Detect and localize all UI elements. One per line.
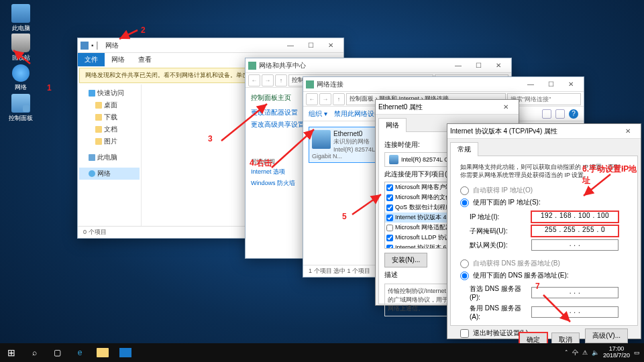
window-title: 网络连接 [317, 80, 521, 89]
chk[interactable] [386, 215, 393, 221]
anno-1: 1 [47, 83, 52, 93]
desktop-icon-thispc[interactable]: 此电脑 [4, 4, 38, 33]
taskview-button[interactable]: ▢ [46, 343, 68, 362]
gateway-input[interactable]: . . . [531, 239, 619, 251]
chk[interactable] [386, 245, 393, 249]
toolbar-disable[interactable]: 禁用此网络设备 [334, 109, 381, 119]
nav-back[interactable]: ← [306, 93, 318, 105]
tray-notifications-icon[interactable]: ▭ [634, 349, 640, 356]
taskbar-ie[interactable]: e [68, 343, 91, 362]
taskbar-explorer[interactable] [91, 343, 114, 362]
chk[interactable] [386, 225, 393, 231]
tab-network[interactable]: 网络 [378, 118, 407, 132]
gateway-label: 默认网关(D): [470, 241, 531, 250]
tab-network[interactable]: 网络 [105, 53, 131, 66]
titlebar[interactable]: 网络连接 — ☐ ✕ [303, 77, 584, 92]
nav-documents[interactable]: 文档 [79, 123, 140, 135]
titlebar[interactable]: ▪ │ 网络 — ☐ ✕ [78, 38, 343, 53]
radio-manual-ip[interactable]: 使用下面的 IP 地址(S): [460, 196, 628, 208]
close-button[interactable]: ✕ [496, 101, 516, 114]
nav-fwd[interactable]: → [262, 74, 274, 86]
explanation-text: 如果网络支持此功能，则可以获取自动指派的 IP 设置。否则，你需要从网络系统管理… [460, 163, 628, 179]
radio-auto-dns[interactable]: 自动获得 DNS 服务器地址(B) [460, 257, 628, 269]
toolbar-organize[interactable]: 组织 ▾ [309, 109, 327, 119]
label: 回收站 [12, 54, 30, 61]
network-icon [89, 170, 95, 177]
nav-fwd[interactable]: → [319, 93, 331, 105]
ip-address-input[interactable]: 192 . 168 . 100 . 100 [531, 211, 619, 223]
minimize-button[interactable]: — [448, 59, 468, 72]
tab-file[interactable]: 文件 [78, 53, 105, 66]
tray-volume-icon[interactable]: 🔈 [592, 349, 599, 356]
help-icon[interactable]: ? [569, 109, 578, 119]
maximize-button[interactable]: ☐ [541, 78, 561, 91]
nic-icon [389, 155, 398, 164]
tray-up-icon[interactable]: ˄ [565, 349, 568, 356]
nav-up[interactable]: ↑ [333, 93, 345, 105]
titlebar[interactable]: 网络和共享中心 — ☐ ✕ [246, 58, 511, 73]
nav-network[interactable]: 网络 [79, 168, 140, 180]
radio-manual-dns[interactable]: 使用下面的 DNS 服务器地址(E): [460, 269, 628, 282]
anno-2: 2 [141, 25, 146, 35]
close-button[interactable]: ✕ [488, 59, 508, 72]
minimize-button[interactable]: — [280, 39, 301, 52]
window-title: ▪ │ 网络 [91, 41, 280, 50]
layout-icon[interactable] [555, 109, 565, 119]
dns1-label: 首选 DNS 服务器(P): [470, 284, 531, 301]
radio-auto-ip[interactable]: 自动获得 IP 地址(O) [460, 184, 628, 196]
nav-up[interactable]: ↑ [275, 74, 287, 86]
star-icon [89, 90, 95, 97]
chk[interactable] [386, 184, 393, 191]
desktop-icon-controlpanel[interactable]: 控制面板 [4, 94, 38, 123]
label: 此电脑 [12, 25, 30, 32]
close-button[interactable]: ✕ [321, 39, 341, 52]
label: 控制面板 [9, 115, 33, 121]
desktop-icon-recyclebin[interactable]: 回收站 [4, 34, 38, 62]
dialog-title: Internet 协议版本 4 (TCP/IPv4) 属性 [450, 127, 618, 136]
titlebar[interactable]: Ethernet0 属性 ✕ [376, 100, 519, 115]
chk[interactable] [386, 235, 393, 241]
start-button[interactable]: ⊞ [0, 343, 23, 362]
nav-thispc[interactable]: 此电脑 [79, 152, 140, 164]
ip-label: IP 地址(I): [470, 213, 531, 222]
install-button[interactable]: 安装(N)... [384, 253, 427, 267]
adapter-icon [312, 130, 331, 149]
minimize-button[interactable]: — [521, 78, 541, 91]
chk[interactable] [386, 194, 393, 201]
tab-general[interactable]: 常规 [450, 142, 478, 156]
folder-icon [95, 126, 102, 133]
system-tray[interactable]: ˄ 㐃 ⚠ 🔈 17:00 2018/7/20 ▭ [565, 346, 644, 359]
tray-network-icon[interactable]: ⚠ [582, 349, 588, 356]
nav-back[interactable]: ← [248, 74, 260, 86]
advanced-button[interactable]: 高级(V)... [585, 328, 628, 343]
close-button[interactable]: ✕ [561, 78, 581, 91]
desktop-icon-network[interactable]: 网络 [4, 64, 38, 92]
dns1-input[interactable]: . . . [531, 287, 619, 298]
nav-quickaccess[interactable]: 快速访问 [79, 87, 140, 99]
clock[interactable]: 17:00 2018/7/20 [603, 346, 630, 359]
label: 网络 [15, 84, 27, 90]
nav-pane: 快速访问 桌面 下载 文档 图片 此电脑 网络 [78, 84, 142, 227]
subnet-mask-input[interactable]: 255 . 255 . 255 . 0 [531, 225, 619, 237]
nav-downloads[interactable]: 下载 [79, 111, 140, 123]
close-button[interactable]: ✕ [618, 125, 638, 138]
window-title: 网络和共享中心 [259, 61, 448, 70]
titlebar[interactable]: Internet 协议版本 4 (TCP/IPv4) 属性 ✕ [447, 124, 641, 139]
nav-pictures[interactable]: 图片 [79, 135, 140, 147]
pc-icon [89, 154, 95, 161]
app-icon [306, 80, 314, 88]
search-button[interactable]: ⌕ [23, 343, 46, 362]
taskbar: ⊞ ⌕ ▢ e ˄ 㐃 ⚠ 🔈 17:00 2018/7/20 ▭ [0, 343, 644, 362]
maximize-button[interactable]: ☐ [468, 59, 488, 72]
dns2-input[interactable]: . . . [531, 306, 619, 318]
tray-ime-icon[interactable]: 㐃 [572, 349, 578, 357]
app-icon [80, 42, 89, 50]
view-icon[interactable] [542, 109, 551, 119]
tab-view[interactable]: 查看 [131, 53, 158, 66]
mask-label: 子网掩码(U): [470, 227, 531, 236]
nav-desktop[interactable]: 桌面 [79, 99, 140, 111]
chk[interactable] [386, 204, 393, 211]
dialog-title: Ethernet0 属性 [378, 103, 496, 112]
maximize-button[interactable]: ☐ [301, 39, 321, 52]
taskbar-app[interactable] [114, 343, 137, 362]
